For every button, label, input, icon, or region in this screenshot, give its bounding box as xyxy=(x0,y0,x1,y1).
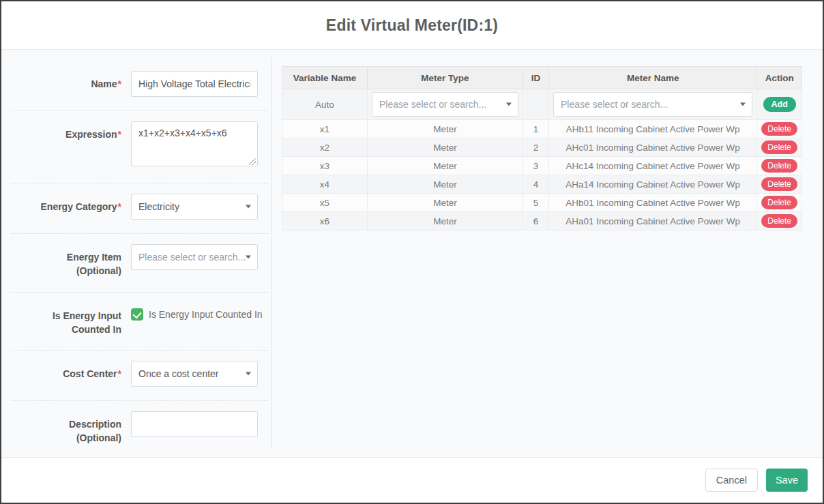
meter-type-cell: Meter xyxy=(368,194,523,212)
meter-name-cell: AHb01 Incoming Cabinet Active Power Wp xyxy=(549,194,757,212)
cost-center-value: Once a cost center xyxy=(138,368,219,379)
dialog-body: Name* Expression* x1+x2+x3+x4+x5+x6 Ener… xyxy=(1,49,823,458)
table-row: x1 Meter 1 AHb11 Incoming Cabinet Active… xyxy=(282,120,802,138)
variable-cell: x2 xyxy=(282,138,368,157)
cost-center-select[interactable]: Once a cost center xyxy=(131,361,258,387)
variable-cell: x1 xyxy=(282,120,368,138)
dialog-footer: Cancel Save xyxy=(1,458,823,503)
variables-table-panel: Variable Name Meter Type ID Meter Name A… xyxy=(272,50,823,457)
meter-name-cell: AHc14 Incoming Cabinet Active Power Wp xyxy=(549,157,757,175)
table-row-auto: Auto Please select or search... Please s… xyxy=(282,89,802,120)
delete-button[interactable]: Delete xyxy=(761,140,797,154)
cost-center-label: Cost Center* xyxy=(11,361,131,387)
meter-name-cell: AHc01 Incoming Cabinet Active Power Wp xyxy=(549,138,757,157)
col-header-action: Action xyxy=(757,67,802,89)
name-input[interactable] xyxy=(131,71,258,97)
dialog-header: Edit Virtual Meter(ID:1) xyxy=(1,1,823,49)
variable-cell: x6 xyxy=(282,212,368,231)
required-asterisk: * xyxy=(118,129,121,140)
meter-name-cell: AHb11 Incoming Cabinet Active Power Wp xyxy=(549,120,757,138)
chevron-down-icon xyxy=(740,103,746,106)
delete-button[interactable]: Delete xyxy=(761,214,797,228)
meter-name-select[interactable]: Please select or search... xyxy=(553,92,752,117)
id-cell: 4 xyxy=(523,175,549,194)
meter-type-cell: Meter xyxy=(368,175,523,194)
name-label: Name* xyxy=(11,71,131,97)
energy-category-select[interactable]: Electricity xyxy=(131,194,258,220)
table-row: x4 Meter 4 AHa14 Incoming Cabinet Active… xyxy=(282,175,802,194)
id-cell: 3 xyxy=(523,157,549,175)
required-asterisk: * xyxy=(118,78,121,89)
variable-cell: x4 xyxy=(282,175,368,194)
energy-input-checkbox[interactable] xyxy=(131,308,143,321)
form-row-energy-category: Energy Category* Electricity xyxy=(11,183,269,234)
edit-virtual-meter-dialog: Edit Virtual Meter(ID:1) Name* Expressio… xyxy=(0,0,824,504)
page-title: Edit Virtual Meter(ID:1) xyxy=(326,16,498,35)
table-row: x5 Meter 5 AHb01 Incoming Cabinet Active… xyxy=(282,194,802,212)
energy-item-label: Energy Item (Optional) xyxy=(11,244,131,278)
energy-item-placeholder: Please select or search... xyxy=(138,252,246,263)
form-row-cost-center: Cost Center* Once a cost center xyxy=(11,351,269,401)
form-row-energy-input: Is Energy Input Counted In Is Energy Inp… xyxy=(11,293,269,351)
variables-table: Variable Name Meter Type ID Meter Name A… xyxy=(282,66,802,231)
col-header-meter-name: Meter Name xyxy=(549,67,757,89)
chevron-down-icon xyxy=(246,372,251,376)
col-header-meter-type: Meter Type xyxy=(368,67,523,89)
meter-type-cell: Meter xyxy=(368,157,523,175)
form-row-name: Name* xyxy=(11,61,269,111)
energy-input-checkbox-label: Is Energy Input Counted In xyxy=(149,309,263,320)
delete-button[interactable]: Delete xyxy=(761,159,797,173)
expression-label: Expression* xyxy=(11,121,131,169)
col-header-variable-name: Variable Name xyxy=(282,67,368,89)
id-cell: 1 xyxy=(523,120,549,138)
required-asterisk: * xyxy=(118,368,121,379)
table-row: x6 Meter 6 AHa01 Incoming Cabinet Active… xyxy=(282,212,802,231)
save-button[interactable]: Save xyxy=(766,469,808,492)
form-row-expression: Expression* x1+x2+x3+x4+x5+x6 xyxy=(11,111,269,183)
add-button[interactable]: Add xyxy=(763,97,796,112)
meter-type-cell: Meter xyxy=(368,212,523,231)
delete-button[interactable]: Delete xyxy=(761,196,797,209)
table-row: x3 Meter 3 AHc14 Incoming Cabinet Active… xyxy=(282,157,802,175)
delete-button[interactable]: Delete xyxy=(761,122,797,136)
table-row: x2 Meter 2 AHc01 Incoming Cabinet Active… xyxy=(282,138,802,157)
resize-handle-icon[interactable] xyxy=(249,158,256,165)
energy-category-value: Electricity xyxy=(138,201,179,212)
chevron-down-icon xyxy=(506,103,512,106)
meter-name-cell: AHa14 Incoming Cabinet Active Power Wp xyxy=(549,175,757,194)
meter-type-cell: Meter xyxy=(368,138,523,157)
energy-input-label: Is Energy Input Counted In xyxy=(11,303,131,337)
chevron-down-icon xyxy=(246,205,251,209)
id-cell: 6 xyxy=(523,212,549,231)
table-header-row: Variable Name Meter Type ID Meter Name A… xyxy=(282,67,802,89)
description-label: Description (Optional) xyxy=(11,411,131,445)
cancel-button[interactable]: Cancel xyxy=(705,469,758,492)
variable-cell: x3 xyxy=(282,157,368,175)
description-input[interactable] xyxy=(131,411,258,437)
required-asterisk: * xyxy=(118,201,121,212)
energy-category-label: Energy Category* xyxy=(11,194,131,220)
col-header-id: ID xyxy=(523,67,549,89)
auto-variable-cell: Auto xyxy=(282,89,368,120)
variable-cell: x5 xyxy=(282,194,368,212)
meter-name-cell: AHa01 Incoming Cabinet Active Power Wp xyxy=(549,212,757,231)
form-row-description: Description (Optional) xyxy=(11,401,269,458)
delete-button[interactable]: Delete xyxy=(761,177,797,191)
meter-type-cell: Meter xyxy=(368,120,523,138)
id-cell: 2 xyxy=(523,138,549,157)
form-row-energy-item: Energy Item (Optional) Please select or … xyxy=(11,234,269,293)
energy-item-select[interactable]: Please select or search... xyxy=(131,244,258,270)
meter-type-select[interactable]: Please select or search... xyxy=(372,92,518,117)
auto-id-cell xyxy=(523,89,549,120)
chevron-down-icon xyxy=(246,256,251,259)
id-cell: 5 xyxy=(523,194,549,212)
expression-textarea[interactable]: x1+x2+x3+x4+x5+x6 xyxy=(131,121,258,166)
virtual-meter-form: Name* Expression* x1+x2+x3+x4+x5+x6 Ener… xyxy=(1,50,271,457)
